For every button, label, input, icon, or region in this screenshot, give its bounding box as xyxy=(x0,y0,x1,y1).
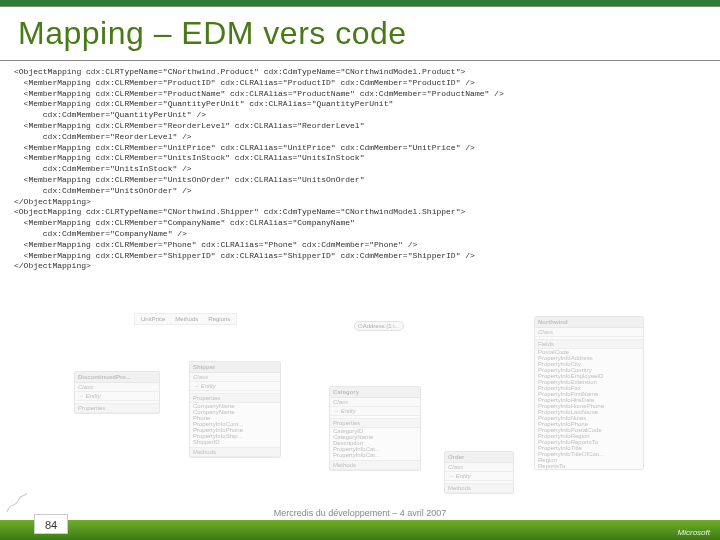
section-properties: Properties xyxy=(330,418,420,428)
property-row: PropertyInfoCat... xyxy=(330,446,420,452)
field-row: PropertyInfoCountry xyxy=(535,367,643,373)
slide-footer: Mercredis du développement – 4 avril 200… xyxy=(0,494,720,540)
class-title: Category xyxy=(330,387,420,398)
field-row: PropertyInfoEmployeeID xyxy=(535,373,643,379)
class-box-shipper: Shipper Class → Entity Properties Compan… xyxy=(189,361,281,458)
class-kind: Class xyxy=(535,328,643,337)
property-row: PropertyInfoPhone xyxy=(190,427,280,433)
field-row: PropertyInfoPhone xyxy=(535,421,643,427)
section-methods: Methods xyxy=(190,447,280,457)
section-methods: Methods xyxy=(445,483,513,493)
slide-content: <ObjectMapping cdx:CLRTypeName="CNorthwi… xyxy=(0,61,720,501)
page-number: 84 xyxy=(34,514,68,534)
class-kind: Class xyxy=(330,398,420,407)
section-properties: Properties xyxy=(75,403,159,413)
section-methods: Methods xyxy=(330,460,420,470)
title-bar: Mapping – EDM vers code xyxy=(0,6,720,61)
section-fields: Fields xyxy=(535,339,643,349)
section-properties: Properties xyxy=(190,393,280,403)
property-row: CategoryName xyxy=(330,434,420,440)
property-row: ShipperID xyxy=(190,439,280,445)
property-row: CompanyName xyxy=(190,409,280,415)
property-row: CategoryID xyxy=(330,428,420,434)
property-row: PropertyInfoCat... xyxy=(330,452,420,458)
field-row: PostalCode xyxy=(535,349,643,355)
field-row: PropertyInfoCity xyxy=(535,361,643,367)
class-base: → Entity xyxy=(330,407,420,416)
property-row: Description xyxy=(330,440,420,446)
xml-code-block: <ObjectMapping cdx:CLRTypeName="CNorthwi… xyxy=(14,67,706,272)
field-row: PropertyInfoFirstName xyxy=(535,391,643,397)
microsoft-logo: Microsoft xyxy=(678,528,710,537)
class-kind: Class xyxy=(190,373,280,382)
decorative-squiggle xyxy=(4,490,30,516)
field-row: PropertyInfoRegion xyxy=(535,433,643,439)
class-base: → Entity xyxy=(75,392,159,401)
field-row: PropertyInfoTitleOfCou... xyxy=(535,451,643,457)
property-row: PropertyInfoCom... xyxy=(190,421,280,427)
class-title: Order xyxy=(445,452,513,463)
class-title: Northwind xyxy=(535,317,643,328)
field-row: PropertyInfoLastName xyxy=(535,409,643,415)
property-row: PropertyInfoShip... xyxy=(190,433,280,439)
toolbar-item: UnitPrice xyxy=(139,316,167,322)
class-base: → Entity xyxy=(445,472,513,481)
footer-green-bar xyxy=(0,520,720,540)
lollipop-interface: OAddress (1 i... xyxy=(354,321,404,331)
property-row: CompanyName xyxy=(190,403,280,409)
field-row: PropertyInfoPostalCode xyxy=(535,427,643,433)
class-kind: Class xyxy=(75,383,159,392)
field-row: Region xyxy=(535,457,643,463)
field-row: PropertyInfoAddress xyxy=(535,355,643,361)
field-row: PropertyInfoHireDate xyxy=(535,397,643,403)
field-row: PropertyInfoNotes xyxy=(535,415,643,421)
footer-caption: Mercredis du développement – 4 avril 200… xyxy=(274,508,447,518)
toolbar-item: Regions xyxy=(206,316,232,322)
toolbar-item: Methods xyxy=(173,316,200,322)
class-base: → Entity xyxy=(190,382,280,391)
property-row: Phone xyxy=(190,415,280,421)
field-row: PropertyInfoHomePhone xyxy=(535,403,643,409)
class-title: DiscontinuedPro... xyxy=(75,372,159,383)
field-row: PropertyInfoReportsTo xyxy=(535,439,643,445)
field-row: PropertyInfoExtension xyxy=(535,379,643,385)
field-row: ReportsTo xyxy=(535,463,643,469)
field-row: PropertyInfoTitle xyxy=(535,445,643,451)
designer-toolbar: UnitPrice Methods Regions xyxy=(134,313,237,325)
class-box-category: Category Class → Entity Properties Categ… xyxy=(329,386,421,471)
class-title: Shipper xyxy=(190,362,280,373)
class-box-discontinuedproduct: DiscontinuedPro... Class → Entity Proper… xyxy=(74,371,160,414)
class-box-northwind: Northwind Class Fields PostalCodePropert… xyxy=(534,316,644,470)
class-box-order: Order Class → Entity Methods xyxy=(444,451,514,494)
slide-title: Mapping – EDM vers code xyxy=(18,15,702,52)
field-row: PropertyInfoFax xyxy=(535,385,643,391)
class-kind: Class xyxy=(445,463,513,472)
